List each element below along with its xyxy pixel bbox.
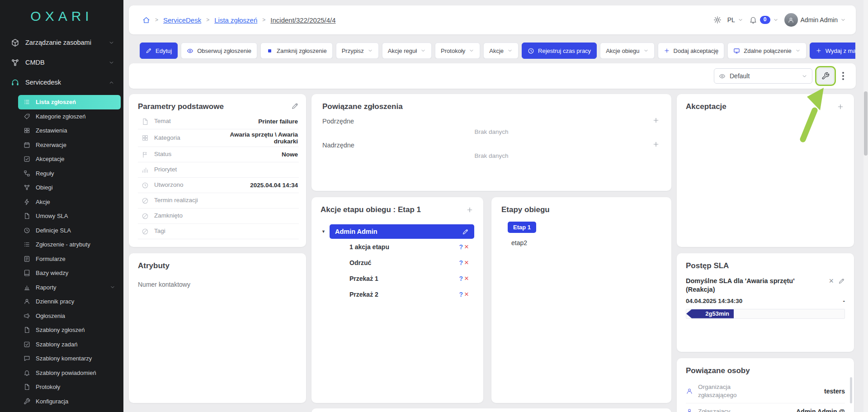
- settings-gear-icon[interactable]: [713, 16, 722, 24]
- sidebar-item-protokoly[interactable]: Protokoły: [18, 380, 121, 394]
- actions-button[interactable]: Akcje: [483, 43, 519, 59]
- sidebar-item-kategorie-zgloszen[interactable]: Kategorie zgłoszeń: [18, 109, 121, 124]
- breadcrumb-separator: >: [262, 17, 265, 23]
- card-scrollbar-thumb[interactable]: [850, 377, 852, 403]
- remove-icon[interactable]: ×: [464, 259, 469, 266]
- stage-action-row[interactable]: Odrzuć ?×: [321, 255, 474, 270]
- pencil-icon[interactable]: [462, 228, 469, 235]
- sla-progress-card: Postęp SLA Domyślne SLA dla 'Awaria sprz…: [677, 253, 854, 352]
- sidebar-item-akceptacje[interactable]: Akceptacje: [18, 152, 121, 166]
- sidebar-item-lista-zgloszen[interactable]: Lista zgłoszeń: [18, 95, 121, 109]
- issue-from-stock-button[interactable]: Wydaj z magazynu: [810, 43, 855, 59]
- related-child-section: Podrzędne: [322, 116, 660, 127]
- help-icon[interactable]: ?: [459, 243, 463, 251]
- sidebar-item-szablony-powiadomien[interactable]: Szablony powiadomień: [18, 366, 121, 380]
- user-icon: [686, 388, 693, 395]
- notification-count-badge: 0: [760, 16, 770, 24]
- page-scrollbar-track[interactable]: [863, 0, 868, 412]
- sidebar-item-reguly[interactable]: Reguły: [18, 166, 121, 181]
- chevron-down-icon: [110, 284, 115, 290]
- sidebar-item-definicje-sla[interactable]: Definicje SLA: [18, 223, 121, 238]
- sidebar-item-dziennik-pracy[interactable]: Dziennik pracy: [18, 294, 121, 309]
- stage-group-header[interactable]: Admin Admin: [330, 224, 474, 239]
- sidebar-item-zarzadzanie-zasobami[interactable]: Zarządzanie zasobami: [0, 33, 123, 52]
- sidebar-item-zgloszenie-atrybuty[interactable]: Zgłoszenie - atrybuty: [18, 237, 121, 252]
- sidebar-item-servicedesk[interactable]: Servicedesk: [0, 72, 123, 92]
- help-icon[interactable]: ?: [459, 275, 463, 282]
- breadcrumb-link-servicedesk[interactable]: ServiceDesk: [163, 16, 201, 24]
- sidebar-item-formularze[interactable]: Formularze: [18, 252, 121, 266]
- sidebar: OXARI Zarządzanie zasobami CMDB Serviced…: [0, 0, 123, 412]
- collapse-caret-icon[interactable]: ▼: [321, 229, 326, 234]
- help-icon[interactable]: ?: [459, 259, 463, 266]
- breadcrumb-link-lista-zgloszen[interactable]: Lista zgłoszeń: [214, 16, 257, 24]
- plus-icon: [837, 103, 844, 110]
- sidebar-item-obiegi[interactable]: Obiegi: [18, 180, 121, 195]
- sidebar-item-ogloszenia[interactable]: Ogłoszenia: [18, 309, 121, 323]
- close-ticket-button[interactable]: Zamknij zgłoszenie: [260, 43, 333, 59]
- breadcrumb-current-incident: Incident/322/2025/4/4: [270, 16, 335, 24]
- watch-ticket-button[interactable]: Obserwuj zgłoszenie: [181, 43, 257, 59]
- attributes-card: Atrybuty Numer kontaktowy: [129, 253, 306, 403]
- log-work-time-button[interactable]: Rejestruj czas pracy: [522, 43, 597, 59]
- document-icon: [24, 213, 30, 219]
- protocols-button[interactable]: Protokoły: [435, 43, 480, 59]
- rule-actions-button[interactable]: Akcje reguł: [382, 43, 432, 59]
- remote-connection-button[interactable]: Zdalne połączenie: [727, 43, 807, 59]
- language-selector[interactable]: PL: [727, 16, 743, 24]
- clock-icon: [24, 227, 30, 234]
- sidebar-item-label: Bazy wiedzy: [36, 270, 68, 276]
- notifications-button[interactable]: 0: [749, 16, 778, 24]
- avatar: [784, 13, 798, 27]
- sla-progress-fill: 2g53min: [686, 309, 734, 318]
- add-parent-ticket-button[interactable]: [650, 138, 662, 151]
- sidebar-item-zestawienia[interactable]: Zestawienia: [18, 123, 121, 138]
- add-stage-action-button[interactable]: [463, 204, 476, 216]
- stage-action-row[interactable]: Przekaż 1 ?×: [321, 270, 474, 286]
- param-row-priorytet: Priorytet: [138, 162, 299, 178]
- next-stage-label[interactable]: etap2: [511, 239, 661, 246]
- sidebar-item-szablony-zadan[interactable]: Szablony zadań: [18, 337, 121, 352]
- remove-icon[interactable]: ×: [464, 243, 469, 251]
- current-stage-badge[interactable]: Etap 1: [508, 222, 536, 233]
- add-acceptance-button[interactable]: Dodaj akceptację: [658, 43, 725, 59]
- user-menu[interactable]: Admin Admin: [784, 13, 846, 27]
- stage-action-row[interactable]: Przekaż 2 ?×: [321, 286, 474, 302]
- sidebar-item-raporty[interactable]: Raporty: [18, 280, 121, 295]
- column-settings-button[interactable]: [817, 68, 834, 84]
- sidebar-item-label: Ogłoszenia: [36, 313, 65, 319]
- edit-sla-pencil-icon[interactable]: [838, 278, 845, 284]
- page-scrollbar-thumb[interactable]: [864, 91, 868, 156]
- edit-parameters-pencil-icon[interactable]: [291, 102, 299, 110]
- remove-icon[interactable]: ×: [464, 275, 469, 282]
- home-icon[interactable]: [142, 16, 150, 24]
- sidebar-item-bazy-wiedzy[interactable]: Bazy wiedzy: [18, 266, 121, 280]
- sidebar-item-konfiguracja[interactable]: Konfiguracja: [18, 394, 121, 409]
- sidebar-item-akcje[interactable]: Akcje: [18, 195, 121, 209]
- sidebar-item-szablony-zgloszen[interactable]: Szablony zgłoszeń: [18, 323, 121, 337]
- workflow-actions-button[interactable]: Akcje obiegu: [600, 43, 654, 59]
- megaphone-icon: [24, 313, 30, 319]
- sidebar-item-cmdb[interactable]: CMDB: [0, 52, 123, 72]
- sidebar-item-rezerwacje[interactable]: Rezerwacje: [18, 138, 121, 152]
- empty-slash-icon: [142, 213, 149, 220]
- view-selector[interactable]: Default: [714, 68, 812, 84]
- help-icon[interactable]: ?: [459, 291, 463, 298]
- assign-button[interactable]: Przypisz: [336, 43, 379, 59]
- list-icon: [24, 99, 30, 105]
- sla-start-time: 04.04.2025 14:34:30: [686, 298, 742, 304]
- more-options-button[interactable]: [839, 71, 848, 81]
- add-child-ticket-button[interactable]: [650, 114, 662, 127]
- sidebar-item-umowy-sla[interactable]: Umowy SLA: [18, 209, 121, 223]
- edit-button[interactable]: Edytuj: [140, 43, 178, 59]
- stage-actions-card: Akcje etapu obiegu : Etap 1 ▼ Admin Admi…: [311, 197, 483, 403]
- person-row-reporter: Zgłaszający Admin Admin @: [686, 403, 845, 412]
- stage-action-row[interactable]: 1 akcja etapu ?×: [321, 239, 474, 255]
- remove-icon[interactable]: ×: [464, 290, 469, 298]
- grid-icon: [24, 127, 30, 134]
- remove-sla-icon[interactable]: ×: [829, 277, 834, 285]
- sidebar-item-szablony-komentarzy[interactable]: Szablony komentarzy: [18, 351, 121, 366]
- chevron-down-icon: [469, 48, 474, 53]
- add-acceptance-plus-button[interactable]: [834, 100, 847, 113]
- action-label: Przekaż 1: [349, 275, 378, 282]
